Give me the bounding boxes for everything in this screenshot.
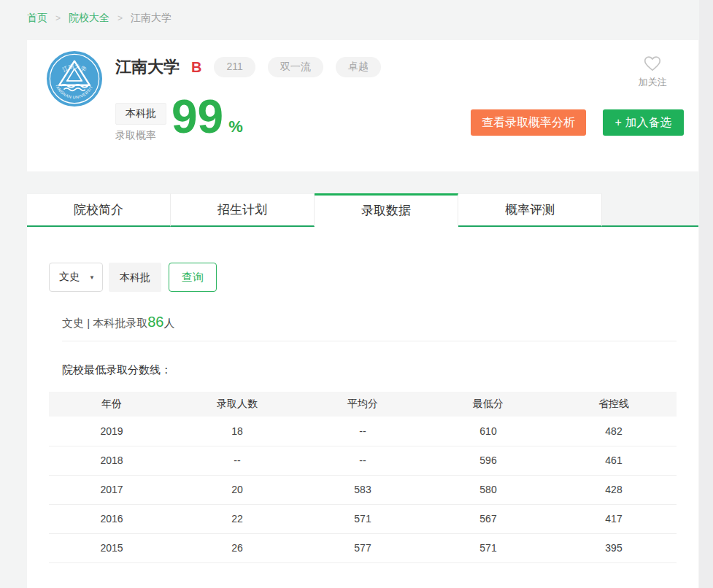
cell-1-4: 461: [551, 446, 677, 475]
table-row-1: 2018----596461: [49, 446, 677, 475]
column-header-3: 最低分: [425, 392, 551, 417]
divider: [62, 341, 677, 341]
cell-2-2: 583: [300, 475, 425, 504]
follow-label: 加关注: [633, 76, 672, 89]
breadcrumb-separator: >: [55, 13, 61, 23]
view-probability-analysis-button[interactable]: 查看录取概率分析: [471, 109, 586, 136]
cell-2-4: 428: [551, 475, 677, 504]
cell-0-1: 18: [174, 417, 300, 446]
breadcrumb-item-2: 江南大学: [131, 12, 171, 25]
probability-number: 99: [171, 94, 223, 140]
tabbar-filler: [602, 193, 698, 227]
tag-list: 211双一流卓越: [201, 57, 380, 77]
university-name: 江南大学: [115, 56, 180, 78]
follow-button[interactable]: 加关注: [633, 55, 672, 89]
university-header-card: JIANGNAN UNIVERSITY 江南大学 江南大学 B 211双一流卓越…: [27, 40, 698, 171]
university-logo-icon: JIANGNAN UNIVERSITY 江南大学: [46, 50, 103, 107]
query-button[interactable]: 查询: [169, 263, 217, 292]
chevron-down-icon: ▼: [89, 274, 95, 281]
column-header-2: 平均分: [300, 392, 425, 417]
cell-0-0: 2019: [49, 417, 174, 446]
table-row-4: 201526577571395: [49, 533, 677, 562]
breadcrumb-item-0[interactable]: 首页: [27, 12, 47, 25]
cell-0-3: 610: [425, 417, 551, 446]
tag-pill-2: 卓越: [336, 57, 381, 77]
cell-2-1: 20: [174, 475, 300, 504]
cell-2-0: 2017: [49, 475, 174, 504]
subject-select[interactable]: 文史 ▼: [49, 263, 103, 292]
column-header-1: 录取人数: [174, 392, 300, 417]
tab-2[interactable]: 录取数据: [315, 193, 458, 227]
subject-select-value: 文史: [59, 271, 80, 284]
cell-4-3: 571: [425, 533, 551, 562]
column-header-0: 年份: [49, 392, 174, 417]
cell-0-2: --: [300, 417, 425, 446]
cell-0-4: 482: [551, 417, 677, 446]
tabbar: 院校简介招生计划录取数据概率评测: [27, 193, 698, 227]
cell-1-1: --: [174, 446, 300, 475]
batch-badge: 本科批: [115, 103, 166, 125]
probability-unit: %: [228, 117, 243, 136]
breadcrumb-separator: >: [117, 13, 123, 23]
cell-3-4: 417: [551, 504, 677, 533]
summary-count: 86: [147, 314, 163, 330]
cell-2-3: 580: [425, 475, 551, 504]
table-header-row: 年份录取人数平均分最低分省控线: [49, 392, 677, 417]
tag-pill-0: 211: [214, 57, 255, 77]
cell-4-4: 395: [551, 533, 677, 562]
cell-3-1: 22: [174, 504, 300, 533]
cell-3-2: 571: [300, 504, 425, 533]
right-strip: [699, 0, 713, 588]
probability-label: 录取概率: [115, 129, 156, 142]
filter-row: 文史 ▼ 本科批 查询: [49, 227, 677, 292]
batch-filter-tag[interactable]: 本科批: [109, 263, 161, 292]
tab-0[interactable]: 院校简介: [27, 193, 171, 227]
tab-1[interactable]: 招生计划: [171, 193, 315, 227]
table-row-0: 201918--610482: [49, 417, 677, 446]
tag-pill-1: 双一流: [268, 57, 323, 77]
add-to-shortlist-button[interactable]: + 加入备选: [603, 109, 684, 136]
summary-prefix: 文史 | 本科批录取: [62, 317, 147, 330]
breadcrumb-item-1[interactable]: 院校大全: [69, 12, 109, 25]
summary-suffix: 人: [163, 317, 174, 330]
tab-3[interactable]: 概率评测: [458, 193, 602, 227]
grade-badge: B: [191, 59, 201, 76]
admission-summary: 文史 | 本科批录取 86 人: [62, 314, 677, 330]
cell-1-2: --: [300, 446, 425, 475]
column-header-4: 省控线: [551, 392, 677, 417]
min-scores-table: 年份录取人数平均分最低分省控线 201918--6104822018----59…: [49, 392, 677, 563]
cell-1-3: 596: [425, 446, 551, 475]
probability-value: 99 %: [171, 94, 243, 140]
cell-4-2: 577: [300, 533, 425, 562]
table-row-3: 201622571567417: [49, 504, 677, 533]
cell-4-0: 2015: [49, 533, 174, 562]
table-row-2: 201720583580428: [49, 475, 677, 504]
title-row: 江南大学 B 211双一流卓越: [115, 56, 381, 78]
heart-icon[interactable]: [643, 63, 662, 74]
cell-3-0: 2016: [49, 504, 174, 533]
cell-1-0: 2018: [49, 446, 174, 475]
breadcrumb: 首页>院校大全>江南大学: [27, 12, 171, 25]
content-panel: 文史 ▼ 本科批 查询 文史 | 本科批录取 86 人 院校最低录取分数线： 年…: [27, 227, 698, 588]
cell-3-3: 567: [425, 504, 551, 533]
cell-4-1: 26: [174, 533, 300, 562]
table-title: 院校最低录取分数线：: [62, 363, 677, 377]
